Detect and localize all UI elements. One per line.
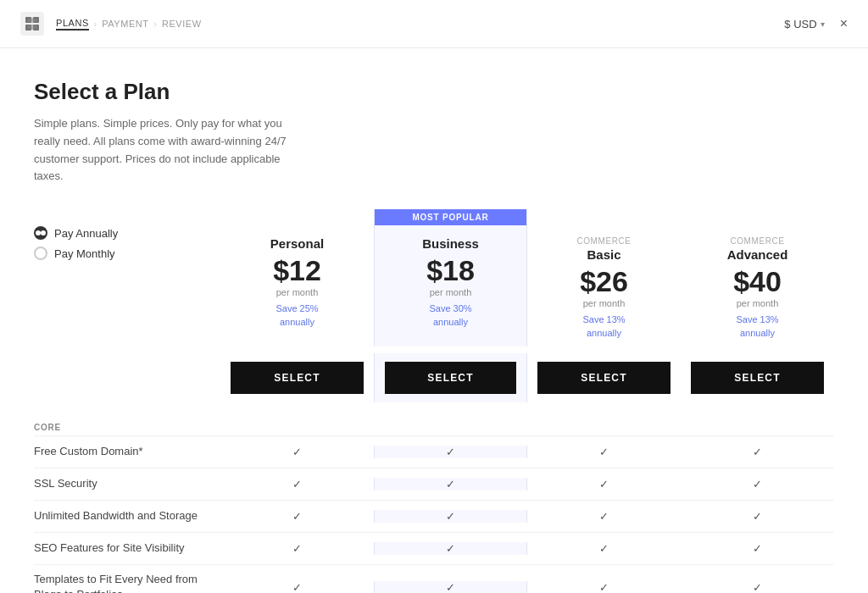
feature-cell-2-business xyxy=(374,510,527,523)
plan-period-commerce-basic: per month xyxy=(527,298,681,308)
plan-price-business: $18 xyxy=(375,256,526,285)
plan-header-commerce-advanced: COMMERCE Advanced $40 per month Save 13%… xyxy=(681,209,834,346)
feature-name-4: Templates to Fit Every Need from Blogs t… xyxy=(34,565,220,593)
page-wrapper: PLANS › PAYMENT › REVIEW $ USD ▾ × Selec… xyxy=(0,0,868,593)
feature-cell-0-personal xyxy=(220,446,374,458)
plan-header-personal: Personal $12 per month Save 25%annually xyxy=(220,209,374,346)
pay-annually-option[interactable]: Pay Annually xyxy=(34,226,220,240)
checkmark-icon xyxy=(599,478,609,490)
plan-name-commerce-advanced: Advanced xyxy=(681,247,834,262)
most-popular-badge: MOST POPULAR xyxy=(375,209,526,225)
breadcrumb-step-payment[interactable]: PAYMENT xyxy=(102,19,148,29)
top-area: Pay Annually Pay Monthly Personal $12 pe… xyxy=(34,209,834,346)
breadcrumb-sep-1: › xyxy=(94,19,97,29)
svg-rect-0 xyxy=(20,12,44,36)
checkmark-icon xyxy=(599,446,609,458)
checkmark-icon xyxy=(446,510,455,523)
feature-name-3: SEO Features for Site Visibility xyxy=(34,534,220,563)
feature-name-0: Free Custom Domain* xyxy=(34,437,220,466)
plan-name-commerce-basic: Basic xyxy=(527,247,681,262)
close-icon[interactable]: × xyxy=(840,16,848,31)
plans-section: Pay Annually Pay Monthly Personal $12 pe… xyxy=(34,209,834,593)
feature-cell-0-advanced xyxy=(681,446,834,458)
plan-save-personal: Save 25%annually xyxy=(220,302,374,329)
breadcrumb-sep-2: › xyxy=(154,19,157,29)
checkmark-icon xyxy=(446,478,455,490)
breadcrumb-step-plans[interactable]: PLANS xyxy=(56,18,89,30)
feature-row-0: Free Custom Domain* xyxy=(34,435,834,468)
select-button-commerce-basic[interactable]: SELECT xyxy=(537,362,670,394)
checkmark-icon xyxy=(292,478,302,490)
pay-monthly-label: Pay Monthly xyxy=(54,247,115,260)
feature-category-core-label: CORE xyxy=(34,423,220,432)
feature-cell-2-advanced xyxy=(681,510,834,523)
features-section: CORE Free Custom Domain* SSL Security xyxy=(34,416,834,593)
breadcrumb-step-review[interactable]: REVIEW xyxy=(162,19,202,29)
plan-header-commerce-basic: COMMERCE Basic $26 per month Save 13%ann… xyxy=(527,209,681,346)
plan-save-business: Save 30%annually xyxy=(375,302,526,329)
plan-save-commerce-advanced: Save 13%annually xyxy=(681,313,834,340)
feature-row-4: Templates to Fit Every Need from Blogs t… xyxy=(34,564,834,593)
pay-monthly-radio[interactable] xyxy=(34,247,47,260)
select-button-business[interactable]: SELECT xyxy=(385,362,516,394)
feature-cell-3-advanced xyxy=(681,542,834,555)
currency-selector[interactable]: $ USD ▾ xyxy=(784,18,824,30)
select-btn-cell-commerce-basic: SELECT xyxy=(527,353,681,402)
feature-cell-4-business xyxy=(374,581,527,593)
plan-period-commerce-advanced: per month xyxy=(681,298,834,308)
plan-price-commerce-basic: $26 xyxy=(527,267,681,296)
select-btn-cell-personal: SELECT xyxy=(220,353,374,402)
feature-name-1: SSL Security xyxy=(34,469,220,498)
breadcrumb: PLANS › PAYMENT › REVIEW xyxy=(56,18,202,30)
feature-cell-1-basic xyxy=(527,478,681,490)
checkmark-icon xyxy=(292,446,302,458)
feature-row-3: SEO Features for Site Visibility xyxy=(34,532,834,564)
select-button-commerce-advanced[interactable]: SELECT xyxy=(691,362,824,394)
select-btn-cell-business: SELECT xyxy=(374,353,527,402)
checkmark-icon xyxy=(753,581,762,593)
feature-row-2: Unlimited Bandwidth and Storage xyxy=(34,500,834,532)
select-button-personal[interactable]: SELECT xyxy=(231,362,364,394)
checkmark-icon xyxy=(292,542,302,555)
checkmark-icon xyxy=(292,510,302,523)
checkmark-icon xyxy=(292,581,302,593)
plan-save-commerce-basic: Save 13%annually xyxy=(527,313,681,340)
select-btn-empty xyxy=(34,353,220,402)
page-title: Select a Plan xyxy=(34,79,834,105)
plan-period-business: per month xyxy=(375,287,526,297)
plan-price-commerce-advanced: $40 xyxy=(681,267,834,296)
header-left: PLANS › PAYMENT › REVIEW xyxy=(20,12,202,36)
feature-name-2: Unlimited Bandwidth and Storage xyxy=(34,502,220,530)
chevron-down-icon: ▾ xyxy=(821,19,825,29)
pay-monthly-option[interactable]: Pay Monthly xyxy=(34,247,220,260)
billing-toggle: Pay Annually Pay Monthly xyxy=(34,209,220,346)
plan-category-commerce-advanced: COMMERCE xyxy=(681,236,834,246)
header-right: $ USD ▾ × xyxy=(784,16,848,31)
checkmark-icon xyxy=(753,542,762,555)
feature-cell-2-basic xyxy=(527,510,681,523)
plan-name-business: Business xyxy=(375,236,526,251)
checkmark-icon xyxy=(753,478,762,490)
feature-category-core: CORE xyxy=(34,416,834,435)
feature-cell-0-basic xyxy=(527,446,681,458)
feature-cell-1-advanced xyxy=(681,478,834,490)
pay-annually-radio[interactable] xyxy=(34,226,47,240)
checkmark-icon xyxy=(446,581,455,593)
feature-cell-3-personal xyxy=(220,542,374,555)
header: PLANS › PAYMENT › REVIEW $ USD ▾ × xyxy=(0,0,868,48)
select-buttons-row: SELECT SELECT SELECT SELECT xyxy=(34,353,834,402)
feature-cell-4-basic xyxy=(527,581,681,593)
currency-label: $ USD xyxy=(784,18,816,30)
logo xyxy=(20,12,44,36)
checkmark-icon xyxy=(599,510,609,523)
plan-header-business: MOST POPULAR Business $18 per month Save… xyxy=(374,209,527,346)
pay-annually-label: Pay Annually xyxy=(54,227,118,240)
checkmark-icon xyxy=(753,446,762,458)
checkmark-icon xyxy=(446,542,455,555)
feature-cell-1-business xyxy=(374,478,527,490)
plan-category-commerce-basic: COMMERCE xyxy=(527,236,681,246)
checkmark-icon xyxy=(599,581,609,593)
checkmark-icon xyxy=(753,510,762,523)
main-content: Select a Plan Simple plans. Simple price… xyxy=(0,48,868,593)
plan-name-personal: Personal xyxy=(220,236,374,251)
